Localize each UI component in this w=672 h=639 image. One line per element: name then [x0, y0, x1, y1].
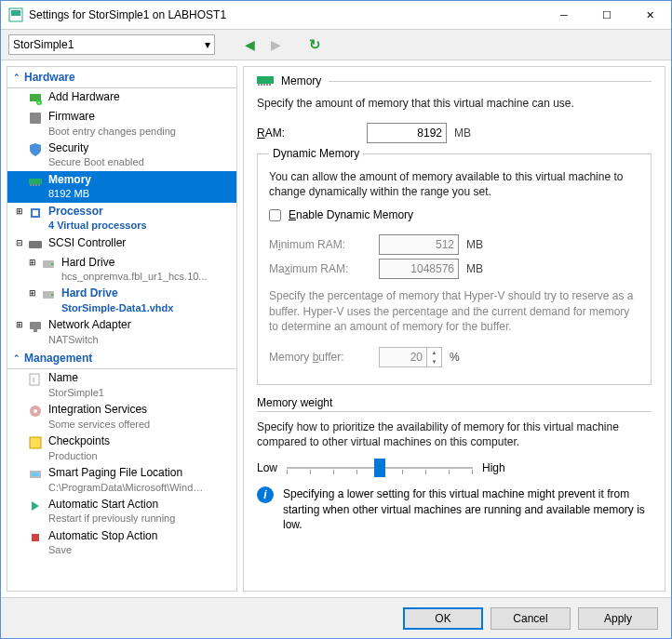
weight-high-label: High — [482, 461, 505, 474]
nav-forward-button[interactable]: ▶ — [265, 34, 286, 55]
maximize-button[interactable]: ☐ — [585, 1, 628, 29]
expand-icon[interactable]: ⊞ — [13, 318, 26, 331]
enable-dynamic-label: Enable Dynamic Memory — [289, 208, 413, 221]
enable-dynamic-checkbox[interactable] — [269, 209, 281, 221]
svg-rect-13 — [29, 241, 42, 248]
enable-dynamic-row: Enable Dynamic Memory — [269, 208, 639, 221]
svg-rect-31 — [263, 84, 265, 86]
tree-security[interactable]: SecuritySecure Boot enabled — [7, 140, 236, 171]
min-ram-row: Minimum RAM: MB — [269, 234, 639, 255]
svg-rect-27 — [32, 534, 39, 541]
dynamic-memory-group: Dynamic Memory You can allow the amount … — [257, 147, 652, 385]
dynamic-memory-desc: Specify the percentage of memory that Hy… — [269, 288, 639, 334]
tree-hdd1[interactable]: ⊞ Hard Drivehcs_onpremva.fbl_ur1_hcs.10.… — [7, 254, 236, 286]
cancel-button[interactable]: Cancel — [491, 607, 571, 630]
autostart-icon — [28, 499, 43, 513]
info-row: i Specifying a lower setting for this vi… — [257, 486, 652, 532]
info-text: Specifying a lower setting for this virt… — [283, 486, 652, 532]
tree-memory[interactable]: Memory8192 MB — [7, 171, 236, 203]
collapse-icon[interactable]: ⌃ — [13, 73, 20, 82]
svg-rect-26 — [32, 473, 39, 476]
memory-icon — [28, 174, 43, 189]
toolbar: StorSimple1 ▾ ◀ ▶ ↻ — [1, 29, 671, 60]
min-ram-label: Minimum RAM: — [269, 238, 371, 251]
collapse-icon[interactable]: ⌃ — [13, 353, 20, 363]
expand-icon[interactable]: ⊞ — [26, 256, 39, 269]
expand-icon[interactable]: ⊞ — [26, 286, 39, 300]
svg-rect-5 — [30, 113, 41, 124]
app-icon — [8, 7, 23, 22]
titlebar: Settings for StorSimple1 on LABHOST1 ─ ☐… — [1, 1, 671, 29]
buffer-stepper: ▲ ▼ — [379, 347, 442, 367]
panel-intro: Specify the amount of memory that this v… — [257, 97, 652, 110]
buffer-row: Memory buffer: ▲ ▼ % — [269, 347, 639, 367]
svg-rect-12 — [33, 210, 38, 216]
buffer-label: Memory buffer: — [269, 351, 371, 364]
weight-slider[interactable] — [287, 457, 473, 479]
harddrive-icon — [41, 257, 56, 272]
tree-checkpoints[interactable]: CheckpointsProduction — [7, 433, 236, 464]
svg-point-23 — [34, 409, 37, 413]
shield-icon — [28, 142, 43, 157]
dynamic-memory-text: You can allow the amount of memory avail… — [269, 169, 639, 199]
close-button[interactable]: ✕ — [628, 1, 671, 29]
tree-add-hardware[interactable]: + Add Hardware — [7, 88, 236, 108]
tree-autostop[interactable]: Automatic Stop ActionSave — [7, 527, 236, 559]
svg-rect-28 — [257, 76, 274, 84]
slider-thumb[interactable] — [374, 459, 385, 477]
tree-processor[interactable]: ⊞ Processor4 Virtual processors — [7, 203, 236, 234]
weight-slider-row: Low High — [257, 457, 652, 479]
tree-intsvc[interactable]: Integration ServicesSome services offere… — [7, 401, 236, 433]
settings-panel: Memory Specify the amount of memory that… — [243, 66, 665, 592]
nav-back-button[interactable]: ◀ — [239, 34, 260, 55]
minimize-button[interactable]: ─ — [543, 1, 585, 29]
svg-rect-30 — [261, 84, 262, 86]
memory-icon — [257, 74, 274, 87]
expand-icon[interactable]: ⊞ — [13, 205, 26, 218]
tree-smartpaging[interactable]: Smart Paging File LocationC:\ProgramData… — [7, 464, 236, 496]
tree-hdd2[interactable]: ⊞ Hard DriveStorSimple-Data1.vhdx — [7, 285, 236, 316]
svg-rect-1 — [11, 10, 20, 16]
vm-selector[interactable]: StorSimple1 ▾ — [8, 34, 215, 55]
buffer-input — [380, 348, 426, 366]
ram-label: RAM: — [257, 126, 359, 140]
tree-firmware[interactable]: FirmwareBoot entry changes pending — [7, 108, 236, 140]
buffer-down: ▼ — [427, 357, 441, 366]
weight-low-label: Low — [257, 461, 277, 474]
checkpoint-icon — [28, 435, 43, 450]
weight-title: Memory weight — [257, 396, 652, 409]
ram-input[interactable] — [367, 123, 447, 143]
svg-rect-10 — [38, 184, 40, 186]
min-ram-input — [379, 234, 459, 255]
refresh-button[interactable]: ↻ — [304, 34, 325, 55]
buffer-unit: % — [450, 351, 474, 364]
tree-autostart[interactable]: Automatic Start ActionRestart if previou… — [7, 496, 236, 527]
svg-rect-19 — [34, 329, 37, 332]
apply-button[interactable]: Apply — [578, 607, 658, 630]
window-title: Settings for StorSimple1 on LABHOST1 — [29, 8, 226, 21]
svg-rect-29 — [258, 84, 260, 86]
add-hardware-icon: + — [28, 91, 43, 106]
weight-text: Specify how to prioritize the availabili… — [257, 419, 652, 449]
tree-network[interactable]: ⊞ Network AdapterNATSwitch — [7, 316, 236, 348]
ram-unit: MB — [454, 126, 478, 140]
buffer-up: ▲ — [427, 348, 441, 357]
hardware-header: ⌃ Hardware — [7, 67, 236, 88]
max-ram-input — [379, 259, 459, 279]
tree-name[interactable]: I NameStorSimple1 — [7, 369, 236, 401]
services-icon — [28, 404, 43, 419]
max-ram-row: Maximum RAM: MB — [269, 259, 639, 279]
network-icon — [28, 319, 43, 334]
svg-rect-8 — [33, 184, 34, 186]
tree-scsi[interactable]: ⊟ SCSI Controller — [7, 234, 236, 254]
dynamic-memory-legend: Dynamic Memory — [269, 147, 363, 160]
max-ram-label: Maximum RAM: — [269, 262, 371, 275]
ok-button[interactable]: OK — [403, 607, 483, 630]
collapse-icon[interactable]: ⊟ — [13, 236, 26, 249]
name-icon: I — [28, 372, 43, 387]
main-area: ⌃ Hardware + Add Hardware FirmwareBoot e… — [1, 60, 671, 597]
svg-point-17 — [51, 294, 53, 296]
svg-rect-6 — [29, 179, 42, 184]
svg-rect-7 — [30, 184, 32, 186]
panel-header: Memory — [257, 74, 652, 87]
